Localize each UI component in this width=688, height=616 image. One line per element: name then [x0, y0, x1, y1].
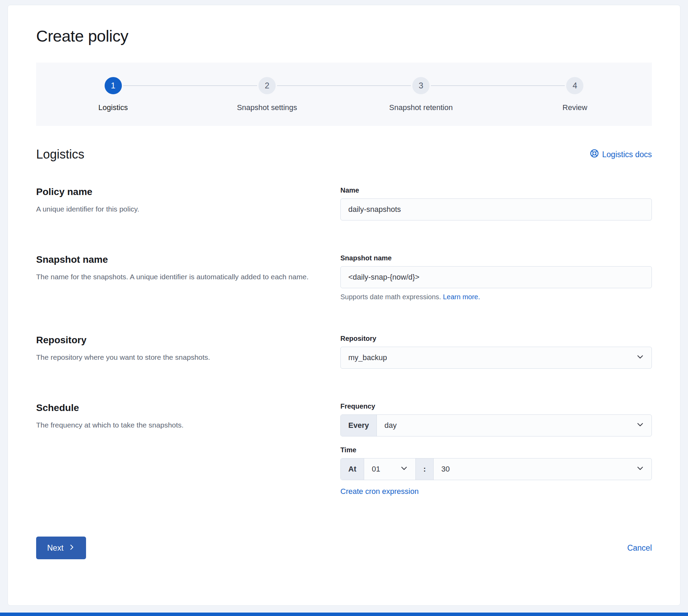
chevron-down-icon — [636, 353, 644, 363]
schedule-row: Schedule The frequency at which to take … — [36, 402, 652, 496]
frequency-selected-value: day — [384, 421, 396, 430]
repository-heading: Repository — [36, 335, 321, 346]
snapshot-name-help: Supports date math expressions. Learn mo… — [340, 293, 652, 301]
create-cron-expression-link[interactable]: Create cron expression — [340, 487, 419, 496]
create-policy-card: Create policy 1 Logistics 2 Snapshot set… — [8, 5, 680, 606]
repository-select[interactable]: my_backup — [340, 347, 652, 369]
minute-select[interactable]: 30 — [434, 458, 652, 480]
section-header: Logistics Logistics docs — [36, 147, 652, 162]
chevron-down-icon — [636, 464, 644, 474]
frequency-select[interactable]: day — [377, 415, 652, 436]
repository-description-col: Repository The repository where you want… — [36, 335, 321, 369]
step-4-label: Review — [562, 103, 587, 112]
policy-name-description-col: Policy name A unique identifier for this… — [36, 186, 321, 220]
schedule-heading: Schedule — [36, 402, 321, 413]
logistics-docs-label: Logistics docs — [602, 150, 652, 159]
policy-name-description: A unique identifier for this policy. — [36, 204, 321, 215]
schedule-description-col: Schedule The frequency at which to take … — [36, 402, 321, 496]
snapshot-name-help-text: Supports date math expressions. — [340, 293, 441, 301]
snapshot-name-field-label: Snapshot name — [340, 254, 652, 262]
time-control: At 01 : 30 — [340, 458, 652, 480]
logistics-docs-link[interactable]: Logistics docs — [590, 149, 652, 160]
step-4-circle: 4 — [565, 76, 585, 96]
page-title: Create policy — [36, 26, 652, 45]
minute-selected-value: 30 — [441, 465, 449, 474]
frequency-prepend: Every — [341, 415, 377, 436]
snapshot-name-row: Snapshot name The name for the snapshots… — [36, 254, 652, 301]
time-prepend: At — [341, 458, 364, 480]
frequency-field: Frequency Every day — [340, 402, 652, 436]
time-field: Time At 01 : 30 — [340, 446, 652, 496]
chevron-down-icon — [636, 421, 644, 430]
chevron-right-icon — [68, 543, 75, 553]
bottom-accent-bar — [0, 613, 688, 616]
step-logistics[interactable]: 1 Logistics — [36, 76, 190, 112]
hour-select[interactable]: 01 — [364, 458, 416, 480]
time-label: Time — [340, 446, 652, 454]
step-1-circle: 1 — [103, 76, 123, 96]
hour-selected-value: 01 — [372, 465, 380, 474]
step-3-label: Snapshot retention — [389, 103, 453, 112]
repository-selected-value: my_backup — [348, 353, 387, 362]
wizard-footer: Next Cancel — [36, 537, 652, 559]
frequency-control: Every day — [340, 414, 652, 436]
repository-field-col: Repository my_backup — [340, 335, 652, 369]
name-field-label: Name — [340, 186, 652, 194]
next-button[interactable]: Next — [36, 537, 86, 559]
snapshot-name-description-col: Snapshot name The name for the snapshots… — [36, 254, 321, 301]
step-review[interactable]: 4 Review — [498, 76, 652, 112]
section-title: Logistics — [36, 147, 84, 162]
chevron-down-icon — [400, 464, 408, 474]
snapshot-name-description: The name for the snapshots. A unique ide… — [36, 271, 321, 283]
schedule-field-col: Frequency Every day Time — [340, 402, 652, 496]
policy-name-input[interactable] — [340, 198, 652, 220]
step-2-circle: 2 — [257, 76, 277, 96]
repository-field-label: Repository — [340, 335, 652, 343]
frequency-label: Frequency — [340, 402, 652, 410]
snapshot-name-input[interactable] — [340, 266, 652, 288]
next-button-label: Next — [47, 543, 63, 553]
step-progress: 1 Logistics 2 Snapshot settings 3 Snapsh… — [36, 63, 652, 126]
repository-row: Repository The repository where you want… — [36, 335, 652, 369]
snapshot-name-field-col: Snapshot name Supports date math express… — [340, 254, 652, 301]
step-1-label: Logistics — [98, 103, 128, 112]
step-snapshot-retention[interactable]: 3 Snapshot retention — [344, 76, 498, 112]
learn-more-link[interactable]: Learn more. — [443, 293, 480, 301]
step-snapshot-settings[interactable]: 2 Snapshot settings — [190, 76, 344, 112]
step-3-circle: 3 — [411, 76, 431, 96]
step-2-label: Snapshot settings — [237, 103, 297, 112]
help-ring-icon — [590, 149, 599, 160]
cancel-link[interactable]: Cancel — [627, 543, 652, 553]
schedule-description: The frequency at which to take the snaps… — [36, 420, 321, 431]
time-separator: : — [416, 458, 434, 480]
repository-description: The repository where you want to store t… — [36, 352, 321, 363]
snapshot-name-heading: Snapshot name — [36, 254, 321, 265]
policy-name-heading: Policy name — [36, 186, 321, 197]
policy-name-field-col: Name — [340, 186, 652, 220]
policy-name-row: Policy name A unique identifier for this… — [36, 186, 652, 220]
